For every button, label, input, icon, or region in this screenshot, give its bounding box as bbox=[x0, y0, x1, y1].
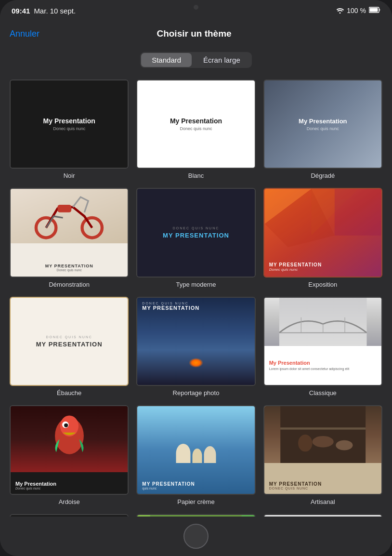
theme-thumbnail-degrade: My Presentation Donec quis nunc bbox=[263, 79, 382, 169]
artisanal-subtitle: DONEC QUIS NUNC bbox=[269, 487, 377, 490]
status-bar: 09:41 Mar. 10 sept. 100 % bbox=[0, 0, 392, 21]
svg-rect-4 bbox=[58, 205, 72, 212]
theme-grid: My Presentation Donec quis nunc Noir My … bbox=[10, 79, 382, 516]
status-date: Mar. 10 sept. bbox=[34, 7, 76, 15]
parrot-area bbox=[11, 406, 128, 472]
svg-marker-8 bbox=[335, 189, 381, 236]
status-time: 09:41 bbox=[12, 7, 30, 15]
theme-label-ebauche: Ébauche bbox=[57, 389, 81, 397]
theme-label-degrade: Dégradé bbox=[311, 172, 335, 179]
theme-thumbnail-ebauche: DONEC QUIS NUNC MY PRESENTATION bbox=[10, 297, 129, 386]
motorcycle-icon bbox=[19, 193, 119, 239]
theme-item-extra1[interactable] bbox=[10, 514, 129, 516]
svg-point-18 bbox=[64, 424, 68, 427]
home-area bbox=[0, 516, 392, 556]
ebauche-subtitle: DONEC QUIS NUNC bbox=[46, 335, 92, 339]
theme-item-degrade[interactable]: My Presentation Donec quis nunc Dégradé bbox=[263, 79, 382, 179]
classique-subtitle: Lorem ipsum dolor sit amet consectetur a… bbox=[269, 367, 377, 371]
rocks-area bbox=[176, 444, 216, 463]
svg-point-20 bbox=[312, 436, 333, 448]
theme-thumbnail-ardoise: My Presentation Donec quis nunc bbox=[10, 405, 129, 494]
theme-label-moderne: Type moderne bbox=[176, 281, 216, 288]
theme-label-papier: Papier crème bbox=[177, 498, 214, 505]
expo-title: MY PRESENTATION bbox=[269, 262, 377, 267]
camera-dot bbox=[194, 5, 198, 10]
theme-thumbnail-photo: DONEC QUIS NUNC MY PRESENTATION bbox=[136, 297, 255, 386]
theme-thumbnail-demo: MY PRESENTATION Donec quis nunc bbox=[10, 188, 129, 277]
papier-subtitle: quis nunc bbox=[142, 487, 249, 490]
theme-item-noir[interactable]: My Presentation Donec quis nunc Noir bbox=[10, 79, 129, 179]
theme-scroll-area[interactable]: My Presentation Donec quis nunc Noir My … bbox=[0, 76, 392, 516]
noir-title: My Presentation bbox=[43, 117, 95, 125]
artisanal-image bbox=[264, 406, 381, 463]
parrot-icon bbox=[34, 413, 105, 465]
page-title: Choisir un thème bbox=[157, 28, 231, 39]
theme-label-demo: Démonstration bbox=[49, 281, 90, 288]
bridge-icon bbox=[264, 298, 381, 346]
segmented-control: Standard Écran large bbox=[140, 52, 252, 68]
theme-item-blanc[interactable]: My Presentation Donec quis nunc Blanc bbox=[136, 79, 255, 179]
svg-rect-23 bbox=[280, 428, 366, 430]
classique-title: My Presentation bbox=[269, 360, 377, 366]
theme-thumbnail-extra3 bbox=[263, 514, 382, 516]
artisanal-title: MY PRESENTATION bbox=[269, 481, 377, 487]
theme-thumbnail-expo: MY PRESENTATION Donec quis nunc bbox=[263, 188, 382, 277]
device-frame: 09:41 Mar. 10 sept. 100 % Ann bbox=[0, 0, 392, 556]
theme-thumbnail-artisanal: MY PRESENTATION DONEC QUIS NUNC bbox=[263, 405, 382, 494]
classique-text: My Presentation Lorem ipsum dolor sit am… bbox=[264, 346, 381, 385]
svg-point-21 bbox=[336, 440, 353, 450]
widescreen-tab[interactable]: Écran large bbox=[193, 53, 251, 67]
moderne-title: MY PRESENTATION bbox=[163, 232, 229, 239]
pottery-icon bbox=[264, 406, 381, 463]
svg-rect-10 bbox=[279, 298, 366, 346]
theme-label-expo: Exposition bbox=[308, 281, 337, 288]
tree-icon bbox=[264, 515, 381, 516]
theme-thumbnail-classique: My Presentation Lorem ipsum dolor sit am… bbox=[263, 297, 382, 386]
photo-subtitle: DONEC QUIS NUNC bbox=[142, 302, 249, 305]
theme-thumbnail-extra2 bbox=[136, 514, 255, 516]
theme-item-extra3[interactable] bbox=[263, 514, 382, 516]
theme-label-ardoise: Ardoise bbox=[59, 498, 80, 505]
theme-item-extra2[interactable] bbox=[136, 514, 255, 516]
demo-title: MY PRESENTATION bbox=[45, 264, 93, 268]
theme-label-blanc: Blanc bbox=[188, 172, 204, 179]
svg-rect-1 bbox=[370, 8, 378, 12]
theme-thumbnail-papier: MY PRESENTATION quis nunc bbox=[136, 405, 255, 494]
home-button[interactable] bbox=[183, 524, 209, 549]
theme-label-noir: Noir bbox=[64, 172, 75, 179]
cancel-button[interactable]: Annuler bbox=[10, 29, 39, 39]
food-icon bbox=[137, 515, 254, 516]
papier-title: MY PRESENTATION bbox=[142, 481, 249, 487]
ardoise-title: My Presentation bbox=[15, 481, 123, 487]
battery-percentage: 100 % bbox=[347, 7, 366, 14]
theme-item-ardoise[interactable]: My Presentation Donec quis nunc Ardoise bbox=[10, 405, 129, 505]
theme-item-demo[interactable]: MY PRESENTATION Donec quis nunc Démonstr… bbox=[10, 188, 129, 288]
battery-icon bbox=[369, 6, 380, 15]
standard-tab[interactable]: Standard bbox=[141, 53, 192, 67]
theme-item-photo[interactable]: DONEC QUIS NUNC MY PRESENTATION Reportag… bbox=[136, 297, 255, 397]
wifi-icon bbox=[336, 8, 344, 13]
svg-point-22 bbox=[298, 435, 312, 451]
degrade-subtitle: Donec quis nunc bbox=[307, 126, 339, 131]
theme-item-moderne[interactable]: DONEC QUIS NUNC MY PRESENTATION Type mod… bbox=[136, 188, 255, 288]
demo-subtitle: Donec quis nunc bbox=[57, 268, 82, 272]
theme-item-classique[interactable]: My Presentation Lorem ipsum dolor sit am… bbox=[263, 297, 382, 397]
blanc-subtitle: Donec quis nunc bbox=[180, 126, 212, 131]
theme-item-papier[interactable]: MY PRESENTATION quis nunc Papier crème bbox=[136, 405, 255, 505]
moderne-subtitle: DONEC QUIS NUNC bbox=[173, 226, 220, 230]
classique-bridge-area bbox=[264, 298, 381, 346]
photo-title: MY PRESENTATION bbox=[142, 305, 249, 311]
theme-thumbnail-moderne: DONEC QUIS NUNC MY PRESENTATION bbox=[136, 188, 255, 277]
expo-subtitle: Donec quis nunc bbox=[269, 267, 377, 272]
theme-thumbnail-noir: My Presentation Donec quis nunc bbox=[10, 79, 129, 169]
camera-icon bbox=[11, 515, 128, 516]
theme-label-artisanal: Artisanal bbox=[311, 498, 335, 505]
theme-item-ebauche[interactable]: DONEC QUIS NUNC MY PRESENTATION Ébauche bbox=[10, 297, 129, 397]
segmented-control-wrapper: Standard Écran large bbox=[0, 46, 392, 76]
nav-bar: Annuler Choisir un thème bbox=[0, 21, 392, 46]
status-left: 09:41 Mar. 10 sept. bbox=[12, 7, 76, 15]
theme-item-artisanal[interactable]: MY PRESENTATION DONEC QUIS NUNC Artisana… bbox=[263, 405, 382, 505]
theme-label-classique: Classique bbox=[309, 389, 337, 397]
theme-item-expo[interactable]: MY PRESENTATION Donec quis nunc Expositi… bbox=[263, 188, 382, 288]
ardoise-subtitle: Donec quis nunc bbox=[15, 487, 123, 490]
